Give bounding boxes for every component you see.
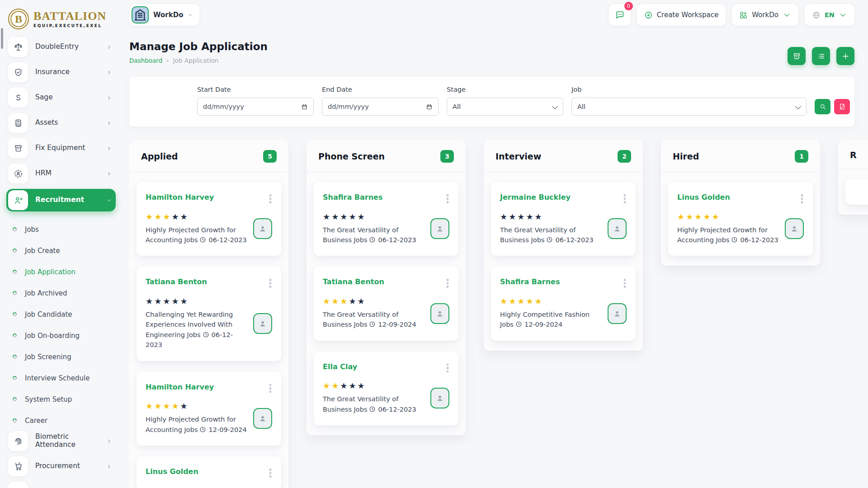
candidate-avatar[interactable] bbox=[608, 303, 627, 324]
start-date-input[interactable]: dd/mm/yyyy bbox=[197, 98, 314, 116]
candidate-name-link[interactable]: Shafira Barnes bbox=[323, 193, 382, 202]
star-icon: ★ bbox=[331, 381, 340, 390]
sidebar-subitem-career[interactable]: Career bbox=[6, 410, 116, 431]
candidate-name-link[interactable]: Hamilton Harvey bbox=[146, 383, 214, 391]
clock-icon bbox=[731, 236, 738, 243]
sidebar-subitem-job-screening[interactable]: Job Screening bbox=[6, 346, 116, 367]
sidebar-subitem-job-application[interactable]: Job Application bbox=[6, 261, 116, 282]
sidebar-item-sage[interactable]: Sage bbox=[6, 88, 116, 108]
language-selector[interactable]: EN bbox=[805, 4, 854, 26]
sidebar-subitem-interview-schedule[interactable]: Interview Schedule bbox=[6, 367, 116, 389]
candidate-name-link[interactable]: Tatiana Benton bbox=[323, 277, 384, 286]
sidebar-scrollbar[interactable] bbox=[1, 28, 3, 49]
sidebar-item-label: DoubleEntry bbox=[35, 43, 106, 51]
star-icon: ★ bbox=[180, 401, 189, 411]
candidate-avatar[interactable] bbox=[430, 388, 449, 408]
candidate-avatar[interactable] bbox=[785, 218, 804, 239]
sidebar-subitem-job-create[interactable]: Job Create bbox=[6, 240, 116, 261]
star-icon: ★ bbox=[509, 296, 517, 306]
stage-label: Stage bbox=[447, 86, 563, 93]
star-icon: ★ bbox=[154, 296, 163, 306]
candidate-name-link[interactable]: Ella Clay bbox=[323, 362, 357, 371]
archive-icon bbox=[14, 144, 23, 153]
candidate-avatar[interactable] bbox=[253, 218, 272, 239]
sidebar-item-label: Recruitment bbox=[35, 196, 106, 204]
module-icon-tile bbox=[8, 113, 28, 133]
candidate-name-link[interactable]: Shafira Barnes bbox=[500, 277, 560, 286]
star-icon: ★ bbox=[500, 212, 509, 221]
chevron-right-icon bbox=[106, 70, 112, 75]
plus-icon bbox=[841, 52, 850, 61]
sidebar-item-biometric-attendance[interactable]: Biometric Attendance bbox=[6, 431, 116, 451]
candidate-avatar[interactable] bbox=[430, 303, 449, 324]
candidate-avatar[interactable] bbox=[253, 408, 272, 429]
sidebar-item-insurance[interactable]: Insurance bbox=[6, 62, 116, 82]
messenger-button[interactable]: 0 bbox=[609, 4, 631, 26]
column-header: Applied5 bbox=[129, 140, 288, 172]
list-view-button[interactable] bbox=[812, 47, 830, 65]
candidate-name-link[interactable]: Linus Golden bbox=[146, 467, 198, 476]
job-select[interactable]: All bbox=[571, 98, 807, 116]
sidebar-subitem-job-on-boarding[interactable]: Job On-boarding bbox=[6, 325, 116, 346]
search-button[interactable] bbox=[815, 99, 830, 114]
star-icon: ★ bbox=[163, 212, 171, 221]
column-header: Hired1 bbox=[661, 140, 820, 172]
sidebar-subitem-job-candidate[interactable]: Job Candidate bbox=[6, 304, 116, 325]
candidate-avatar[interactable] bbox=[430, 218, 449, 239]
hrm-icon bbox=[14, 169, 23, 178]
candidate-name-link[interactable]: Tatiana Benton bbox=[146, 277, 207, 286]
star-icon: ★ bbox=[526, 212, 534, 221]
star-icon: ★ bbox=[146, 296, 154, 306]
building-icon bbox=[132, 6, 149, 23]
candidate-name-link[interactable]: Jermaine Buckley bbox=[500, 193, 571, 202]
bullet-icon bbox=[12, 269, 18, 275]
card-menu-button[interactable] bbox=[446, 193, 450, 205]
card-menu-button[interactable] bbox=[269, 383, 273, 394]
sidebar-subitem-job-archived[interactable]: Job Archived bbox=[6, 282, 116, 304]
card-menu-button[interactable] bbox=[623, 193, 627, 205]
filter-panel: Start Date dd/mm/yyyy End Date dd/mm/yyy… bbox=[129, 77, 854, 127]
add-application-button[interactable] bbox=[836, 47, 854, 65]
language-code: EN bbox=[825, 11, 835, 19]
card-menu-button[interactable] bbox=[446, 362, 450, 374]
workspace-name: WorkDo bbox=[153, 11, 183, 19]
sidebar-subitem-system-setup[interactable]: System Setup bbox=[6, 389, 116, 410]
card-menu-button[interactable] bbox=[269, 193, 273, 205]
candidate-name-link[interactable]: Hamilton Harvey bbox=[146, 193, 214, 202]
candidate-name-link[interactable]: Linus Golden bbox=[677, 193, 730, 202]
card-menu-button[interactable] bbox=[269, 467, 273, 479]
column-header: R bbox=[838, 140, 868, 169]
sidebar-item-procurement[interactable]: Procurement bbox=[6, 456, 116, 476]
star-icon: ★ bbox=[163, 296, 171, 306]
end-date-input[interactable]: dd/mm/yyyy bbox=[322, 98, 439, 116]
sidebar-subitem-label: Job On-boarding bbox=[25, 332, 80, 340]
candidate-avatar[interactable] bbox=[608, 218, 627, 239]
bullet-icon bbox=[12, 290, 18, 296]
archive-button[interactable] bbox=[788, 47, 806, 65]
stage-select[interactable]: All bbox=[447, 98, 563, 116]
sidebar-item-fix-equipment[interactable]: Fix Equipment bbox=[6, 138, 116, 158]
candidate-avatar[interactable] bbox=[253, 313, 272, 334]
workspace-switcher[interactable]: WorkDo bbox=[129, 4, 199, 26]
sidebar-item-hrm[interactable]: HRM bbox=[6, 164, 116, 183]
breadcrumb-separator: › bbox=[166, 57, 169, 64]
sidebar-subitem-jobs[interactable]: Jobs bbox=[6, 219, 116, 240]
reset-filter-button[interactable] bbox=[834, 99, 850, 114]
sidebar-item-doubleentry[interactable]: DoubleEntry bbox=[6, 37, 116, 57]
clock-icon bbox=[203, 331, 209, 338]
workdo-menu-button[interactable]: WorkDo bbox=[732, 4, 798, 26]
star-icon: ★ bbox=[180, 296, 189, 306]
sidebar-item-recruitment[interactable]: Recruitment bbox=[6, 189, 116, 211]
card-menu-button[interactable] bbox=[623, 277, 627, 289]
bullet-icon bbox=[12, 333, 18, 338]
breadcrumb-dashboard-link[interactable]: Dashboard bbox=[129, 57, 162, 64]
card-menu-button[interactable] bbox=[269, 277, 273, 289]
card-menu-button[interactable] bbox=[446, 277, 450, 289]
sidebar-item-assets[interactable]: Assets bbox=[6, 113, 116, 133]
application-date: 12-09-2024 bbox=[208, 426, 246, 433]
star-icon: ★ bbox=[331, 212, 340, 221]
grid-plus-icon bbox=[739, 11, 748, 19]
create-workspace-button[interactable]: Create Workspace bbox=[637, 4, 726, 26]
card-menu-button[interactable] bbox=[800, 193, 804, 205]
star-icon: ★ bbox=[154, 401, 163, 411]
